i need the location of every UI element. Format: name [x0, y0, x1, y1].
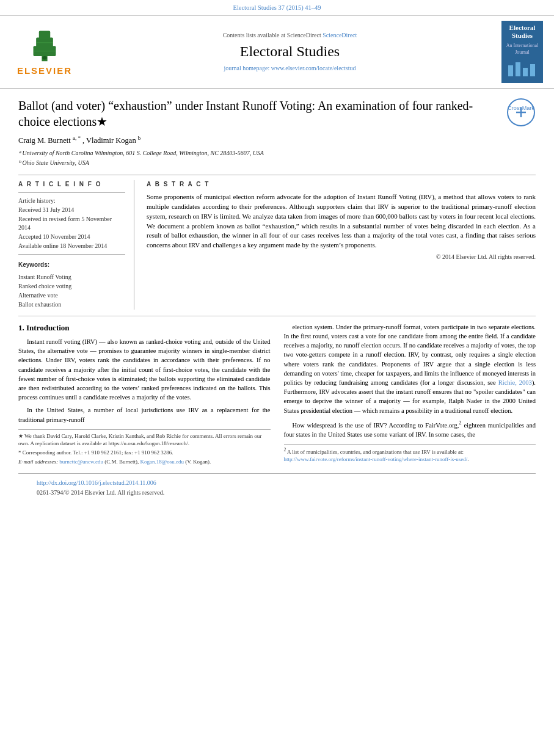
svg-rect-8 — [516, 62, 520, 76]
main-content: Ballot (and voter) “exhaustion” under In… — [0, 89, 554, 507]
received-date: Received 31 July 2014 — [18, 206, 125, 214]
science-direct-line: Contents lists available at ScienceDirec… — [84, 31, 495, 40]
para-2: In the United States, a number of local … — [18, 405, 271, 424]
keywords-section: Keywords: Instant Runoff Voting Ranked c… — [18, 261, 125, 309]
abstract-column: A B S T R A C T Some proponents of munic… — [147, 180, 536, 310]
para-right-1: election system. Under the primary-runof… — [284, 322, 536, 415]
elsevier-brand-text: ELSEVIER — [17, 64, 72, 77]
journal-citation-bar: Electoral Studies 37 (2015) 41–49 — [0, 0, 554, 16]
author-a-name: Craig M. Burnett — [18, 136, 71, 145]
abstract-heading: A B S T R A C T — [147, 180, 536, 189]
journal-title: Electoral Studies — [84, 42, 495, 62]
accepted-date: Accepted 10 November 2014 — [18, 233, 125, 241]
cover-subtitle: An International Journal — [504, 42, 541, 56]
journal-center-header: Contents lists available at ScienceDirec… — [78, 31, 501, 73]
svg-point-6 — [42, 56, 46, 60]
keyword-4: Ballot exhaustion — [18, 300, 125, 309]
main-divider — [18, 316, 536, 316]
footnotes-right: 2 A list of municipalities, countries, a… — [284, 444, 536, 463]
journal-cover-image: Electoral Studies An International Journ… — [501, 21, 543, 83]
svg-rect-7 — [508, 65, 513, 76]
svg-rect-3 — [39, 31, 50, 40]
crossmark-icon: CrossMark — [506, 98, 536, 127]
author-b-name: Vladimir Kogan — [86, 136, 136, 145]
author-b-sup: b — [138, 135, 141, 141]
cover-chart-icon — [507, 59, 538, 78]
elsevier-logo: ELSEVIER — [11, 26, 78, 77]
crossmark-badge[interactable]: CrossMark — [506, 98, 536, 127]
keyword-3: Alternative vote — [18, 291, 125, 300]
history-label: Article history: — [18, 197, 125, 205]
body-content: 1. Introduction Instant runoff voting (I… — [18, 322, 536, 468]
online-date: Available online 18 November 2014 — [18, 242, 125, 250]
article-info-column: A R T I C L E I N F O Article history: R… — [18, 180, 134, 310]
keyword-2: Ranked choice voting — [18, 282, 125, 291]
author-a-sup: a, * — [73, 135, 81, 141]
email-burnett[interactable]: burnettc@uncw.edu — [59, 459, 103, 465]
svg-rect-9 — [523, 68, 528, 76]
article-title-section: Ballot (and voter) “exhaustion” under In… — [18, 98, 536, 129]
journal-header: ELSEVIER Contents lists available at Sci… — [0, 16, 554, 89]
fairvote-link[interactable]: http://www.fairvote.org/reforms/instant-… — [284, 456, 468, 462]
science-direct-link[interactable]: ScienceDirect — [323, 32, 357, 38]
homepage-url[interactable]: www.elsevier.com/locate/electstud — [271, 65, 356, 71]
para-right-2: How widespread is the use of IRV? Accord… — [284, 419, 536, 439]
footnote-asterisk: * Corresponding author. Tel.: +1 910 962… — [18, 449, 271, 456]
footnote-2: 2 A list of municipalities, countries, a… — [284, 447, 536, 463]
section1-title-text: Introduction — [26, 323, 70, 332]
issn-text: 0261-3794/© 2014 Elsevier Ltd. All right… — [37, 489, 517, 497]
article-info-heading: A R T I C L E I N F O — [18, 180, 125, 189]
article-info-abstract-section: A R T I C L E I N F O Article history: R… — [18, 175, 536, 310]
bottom-bar: http://dx.doi.org/10.1016/j.electstud.20… — [18, 473, 536, 501]
svg-rect-10 — [530, 64, 535, 76]
para-1: Instant runoff voting (IRV) — also known… — [18, 337, 271, 402]
journal-homepage-line: journal homepage: www.elsevier.com/locat… — [84, 64, 495, 73]
elsevier-tree-icon — [20, 26, 69, 63]
body-right-column: election system. Under the primary-runof… — [284, 322, 536, 468]
info-divider-1 — [18, 192, 125, 193]
section1-title: 1. Introduction — [18, 322, 271, 333]
article-title: Ballot (and voter) “exhaustion” under In… — [18, 98, 536, 129]
email-kogan[interactable]: Kogan.18@osu.edu — [140, 459, 184, 465]
cover-decoration — [504, 59, 541, 80]
revised-date: Received in revised form 5 November 2014 — [18, 215, 125, 232]
affiliation-a: ᵃ University of North Carolina Wilmingto… — [18, 149, 536, 158]
copyright-line: © 2014 Elsevier Ltd. All rights reserved… — [147, 253, 536, 261]
section1-body-right: election system. Under the primary-runof… — [284, 322, 536, 439]
authors-line: Craig M. Burnett a, * , Vladimir Kogan b — [18, 134, 536, 147]
footnote-email: E-mail addresses: burnettc@uncw.edu (C.M… — [18, 458, 271, 465]
body-left-column: 1. Introduction Instant runoff voting (I… — [18, 322, 271, 468]
abstract-text: Some proponents of municipal election re… — [147, 192, 536, 251]
keyword-1: Instant Runoff Voting — [18, 273, 125, 282]
cover-title: Electoral Studies — [504, 24, 541, 40]
journal-citation-text: Electoral Studies 37 (2015) 41–49 — [233, 4, 321, 11]
footnotes-left: ★ We thank David Cary, Harold Clarke, Kr… — [18, 429, 271, 466]
keywords-heading: Keywords: — [18, 261, 125, 269]
info-divider-2 — [18, 254, 125, 255]
section1-body-left: Instant runoff voting (IRV) — also known… — [18, 337, 271, 424]
affiliation-b: ᵇ Ohio State University, USA — [18, 159, 536, 167]
doi-link[interactable]: http://dx.doi.org/10.1016/j.electstud.20… — [37, 479, 517, 487]
richie-2003-link[interactable]: Richie, 2003 — [498, 379, 532, 386]
page: Electoral Studies 37 (2015) 41–49 ELSEVI… — [0, 0, 554, 756]
footnote-star: ★ We thank David Cary, Harold Clarke, Kr… — [18, 432, 271, 447]
